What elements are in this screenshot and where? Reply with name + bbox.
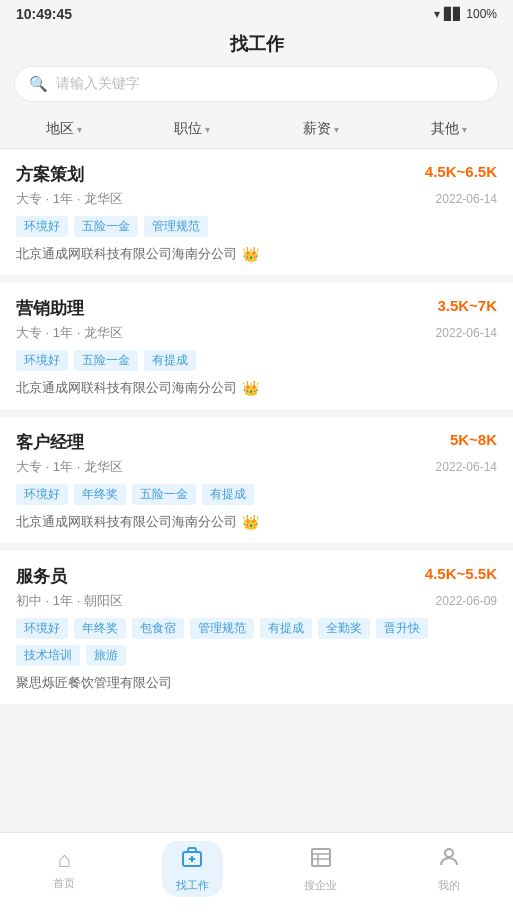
filter-salary-arrow: ▾ bbox=[334, 124, 339, 135]
nav-companies-label: 搜企业 bbox=[304, 878, 337, 893]
wifi-icon: ▾ bbox=[434, 7, 440, 21]
job-date: 2022-06-14 bbox=[436, 326, 497, 340]
company-name: 北京通成网联科技有限公司海南分公司 bbox=[16, 379, 237, 397]
job-tag: 环境好 bbox=[16, 484, 68, 505]
job-salary: 4.5K~6.5K bbox=[425, 163, 497, 180]
job-card[interactable]: 客户经理 5K~8K 大专 · 1年 · 龙华区 2022-06-14 环境好年… bbox=[0, 417, 513, 543]
job-salary: 3.5K~7K bbox=[437, 297, 497, 314]
job-tag: 旅游 bbox=[86, 645, 126, 666]
filter-other-arrow: ▾ bbox=[462, 124, 467, 135]
filter-salary[interactable]: 薪资 ▾ bbox=[303, 120, 339, 138]
job-date: 2022-06-09 bbox=[436, 594, 497, 608]
job-tags: 环境好五险一金有提成 bbox=[16, 350, 497, 371]
job-tag: 有提成 bbox=[144, 350, 196, 371]
nav-jobs[interactable]: 找工作 bbox=[128, 841, 256, 897]
nav-home[interactable]: ⌂ 首页 bbox=[0, 847, 128, 891]
nav-companies[interactable]: 搜企业 bbox=[257, 845, 385, 893]
nav-home-label: 首页 bbox=[53, 876, 75, 891]
filter-position-label: 职位 bbox=[174, 120, 202, 138]
job-tag: 晋升快 bbox=[376, 618, 428, 639]
filter-area-label: 地区 bbox=[46, 120, 74, 138]
job-card[interactable]: 营销助理 3.5K~7K 大专 · 1年 · 龙华区 2022-06-14 环境… bbox=[0, 283, 513, 409]
job-tag: 年终奖 bbox=[74, 484, 126, 505]
company-row: 北京通成网联科技有限公司海南分公司 👑 bbox=[16, 513, 497, 531]
status-time: 10:49:45 bbox=[16, 6, 72, 22]
filter-salary-label: 薪资 bbox=[303, 120, 331, 138]
filter-area-arrow: ▾ bbox=[77, 124, 82, 135]
job-tags: 环境好年终奖五险一金有提成 bbox=[16, 484, 497, 505]
crown-icon: 👑 bbox=[242, 246, 259, 262]
job-date: 2022-06-14 bbox=[436, 192, 497, 206]
company-row: 北京通成网联科技有限公司海南分公司 👑 bbox=[16, 379, 497, 397]
status-icons: ▾ ▊▊ 100% bbox=[434, 7, 497, 21]
job-tag: 环境好 bbox=[16, 350, 68, 371]
crown-icon: 👑 bbox=[242, 514, 259, 530]
status-bar: 10:49:45 ▾ ▊▊ 100% bbox=[0, 0, 513, 28]
svg-point-7 bbox=[445, 849, 453, 857]
svg-rect-3 bbox=[312, 849, 330, 866]
company-name: 北京通成网联科技有限公司海南分公司 bbox=[16, 245, 237, 263]
job-tag: 五险一金 bbox=[74, 216, 138, 237]
job-info: 大专 · 1年 · 龙华区 bbox=[16, 324, 123, 342]
job-tag: 五险一金 bbox=[132, 484, 196, 505]
page-title: 找工作 bbox=[0, 28, 513, 66]
nav-profile-label: 我的 bbox=[438, 878, 460, 893]
job-tag: 技术培训 bbox=[16, 645, 80, 666]
crown-icon: 👑 bbox=[242, 380, 259, 396]
job-tags: 环境好五险一金管理规范 bbox=[16, 216, 497, 237]
job-list: 方案策划 4.5K~6.5K 大专 · 1年 · 龙华区 2022-06-14 … bbox=[0, 149, 513, 704]
nav-profile[interactable]: 我的 bbox=[385, 845, 513, 893]
job-salary: 5K~8K bbox=[450, 431, 497, 448]
job-title: 客户经理 bbox=[16, 431, 84, 454]
job-tag: 环境好 bbox=[16, 618, 68, 639]
job-tags: 环境好年终奖包食宿管理规范有提成全勤奖晋升快技术培训旅游 bbox=[16, 618, 497, 666]
job-info: 初中 · 1年 · 朝阳区 bbox=[16, 592, 123, 610]
job-info: 大专 · 1年 · 龙华区 bbox=[16, 458, 123, 476]
company-name: 聚思烁匠餐饮管理有限公司 bbox=[16, 674, 172, 692]
company-row: 聚思烁匠餐饮管理有限公司 bbox=[16, 674, 497, 692]
job-tag: 管理规范 bbox=[144, 216, 208, 237]
filter-position[interactable]: 职位 ▾ bbox=[174, 120, 210, 138]
job-tag: 有提成 bbox=[202, 484, 254, 505]
job-salary: 4.5K~5.5K bbox=[425, 565, 497, 582]
signal-icon: ▊▊ bbox=[444, 7, 462, 21]
profile-icon bbox=[437, 845, 461, 875]
job-tag: 包食宿 bbox=[132, 618, 184, 639]
search-input[interactable]: 请输入关键字 bbox=[56, 75, 140, 93]
filter-area[interactable]: 地区 ▾ bbox=[46, 120, 82, 138]
job-card[interactable]: 服务员 4.5K~5.5K 初中 · 1年 · 朝阳区 2022-06-09 环… bbox=[0, 551, 513, 704]
nav-jobs-label: 找工作 bbox=[176, 878, 209, 893]
bottom-nav: ⌂ 首页 找工作 搜企业 bbox=[0, 832, 513, 913]
job-tag: 环境好 bbox=[16, 216, 68, 237]
job-tag: 五险一金 bbox=[74, 350, 138, 371]
home-icon: ⌂ bbox=[57, 847, 70, 873]
companies-icon bbox=[309, 845, 333, 875]
battery-text: 100% bbox=[466, 7, 497, 21]
job-card[interactable]: 方案策划 4.5K~6.5K 大专 · 1年 · 龙华区 2022-06-14 … bbox=[0, 149, 513, 275]
company-row: 北京通成网联科技有限公司海南分公司 👑 bbox=[16, 245, 497, 263]
filter-bar: 地区 ▾ 职位 ▾ 薪资 ▾ 其他 ▾ bbox=[0, 112, 513, 149]
filter-other-label: 其他 bbox=[431, 120, 459, 138]
job-tag: 管理规范 bbox=[190, 618, 254, 639]
job-title: 服务员 bbox=[16, 565, 67, 588]
search-icon: 🔍 bbox=[29, 75, 48, 93]
job-tag: 有提成 bbox=[260, 618, 312, 639]
filter-position-arrow: ▾ bbox=[205, 124, 210, 135]
filter-other[interactable]: 其他 ▾ bbox=[431, 120, 467, 138]
job-title: 方案策划 bbox=[16, 163, 84, 186]
job-tag: 全勤奖 bbox=[318, 618, 370, 639]
job-info: 大专 · 1年 · 龙华区 bbox=[16, 190, 123, 208]
job-date: 2022-06-14 bbox=[436, 460, 497, 474]
search-bar[interactable]: 🔍 请输入关键字 bbox=[14, 66, 499, 102]
company-name: 北京通成网联科技有限公司海南分公司 bbox=[16, 513, 237, 531]
jobs-icon bbox=[180, 845, 204, 875]
job-title: 营销助理 bbox=[16, 297, 84, 320]
job-tag: 年终奖 bbox=[74, 618, 126, 639]
